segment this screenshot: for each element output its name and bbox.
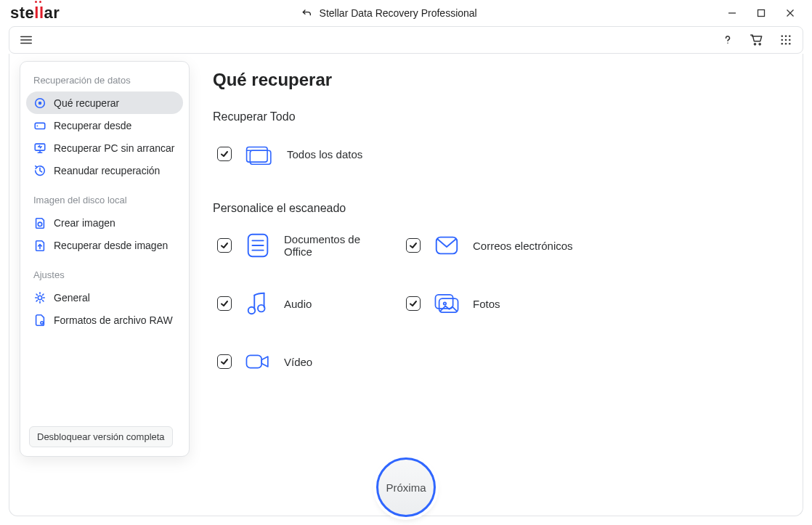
minimize-button[interactable]: [718, 0, 747, 26]
disk-plus-icon: [33, 216, 46, 229]
brand-logo: stellar: [10, 4, 60, 23]
svg-rect-1: [758, 10, 765, 17]
sidebar-item-label: Formatos de archivo RAW: [54, 314, 173, 326]
disk-up-icon: [33, 239, 46, 252]
page-title: Qué recuperar: [213, 70, 788, 90]
sidebar-item-label: General: [54, 292, 90, 304]
photos-icon: [432, 289, 461, 318]
all-data-checkbox[interactable]: [217, 147, 232, 161]
sidebar-section-title: Recuperación de datos: [26, 70, 183, 91]
svg-point-30: [444, 302, 446, 304]
audio-icon: [243, 289, 272, 318]
svg-rect-34: [35, 123, 45, 129]
type-video-checkbox[interactable]: [217, 354, 232, 369]
sidebar-item-resume[interactable]: Reanudar recuperación: [26, 159, 183, 182]
back-icon[interactable]: [301, 7, 312, 19]
logo-part-1: ste: [10, 4, 34, 23]
video-icon: [243, 347, 272, 376]
sidebar-item-recover-image[interactable]: Recuperar desde imagen: [26, 234, 183, 256]
svg-point-26: [248, 307, 256, 314]
drive-icon: [33, 119, 46, 132]
unlock-full-version-button[interactable]: Desbloquear versión completa: [29, 426, 173, 447]
svg-point-9: [759, 44, 760, 45]
svg-point-14: [785, 39, 787, 41]
type-audio-label: Audio: [284, 298, 312, 310]
file-types-grid: Documentos de Office Correos electrónico…: [213, 231, 765, 376]
svg-rect-25: [437, 237, 458, 254]
sidebar-item-raw-formats[interactable]: Formatos de archivo RAW: [26, 309, 183, 331]
type-office-label: Documentos de Office: [284, 233, 391, 258]
next-button-label: Próxima: [386, 481, 426, 494]
type-photos: Fotos: [406, 289, 580, 318]
file-cog-icon: [33, 314, 46, 327]
type-emails: Correos electrónicos: [406, 231, 580, 260]
sidebar-item-what-recover[interactable]: Qué recuperar: [26, 91, 183, 114]
type-photos-label: Fotos: [473, 298, 500, 310]
maximize-button[interactable]: [747, 0, 776, 26]
main-content: Qué recuperar Recuperar Todo Todos los d…: [213, 70, 788, 516]
svg-point-33: [38, 101, 42, 105]
svg-point-39: [38, 222, 41, 226]
resume-icon: [33, 164, 46, 177]
sidebar-section-title: Ajustes: [26, 265, 183, 286]
sidebar-item-label: Recuperar desde imagen: [54, 240, 168, 251]
sidebar-section-title: Imagen del disco local: [26, 190, 183, 211]
logo-part-3: ar: [44, 4, 60, 23]
titlebar: stellar Stellar Data Recovery Profession…: [0, 0, 812, 26]
all-data-label: Todos los datos: [287, 148, 362, 160]
sidebar-item-recover-from[interactable]: Recuperar desde: [26, 114, 183, 137]
sidebar-item-create-image[interactable]: Crear imagen: [26, 211, 183, 234]
type-emails-label: Correos electrónicos: [473, 240, 573, 252]
mail-icon: [432, 231, 461, 260]
sidebar-item-label: Qué recuperar: [54, 97, 119, 109]
type-audio-checkbox[interactable]: [217, 296, 232, 311]
svg-point-40: [38, 296, 41, 299]
apps-grid-button[interactable]: [776, 30, 795, 49]
window-title-area: Stellar Data Recovery Professional: [60, 7, 718, 19]
type-audio: Audio: [217, 289, 391, 318]
svg-point-7: [727, 42, 728, 43]
svg-point-8: [754, 44, 755, 45]
type-photos-checkbox[interactable]: [406, 296, 421, 311]
menu-button[interactable]: [17, 30, 36, 49]
documents-icon: [243, 231, 272, 260]
sidebar: Recuperación de datos Qué recuperar Recu…: [20, 61, 190, 457]
svg-point-35: [37, 125, 38, 126]
toolbar: [9, 26, 803, 54]
svg-point-16: [781, 43, 783, 45]
section-title-customize: Personalice el escaneado: [213, 202, 788, 215]
help-button[interactable]: [718, 30, 737, 49]
next-button[interactable]: Próxima: [376, 457, 436, 517]
logo-part-2: ll: [34, 4, 44, 23]
svg-point-17: [785, 43, 787, 45]
type-office: Documentos de Office: [217, 231, 391, 260]
window-title: Stellar Data Recovery Professional: [320, 7, 477, 19]
svg-point-41: [41, 321, 44, 324]
type-video-label: Vídeo: [284, 356, 312, 368]
svg-point-18: [789, 43, 791, 45]
type-office-checkbox[interactable]: [217, 238, 232, 253]
sidebar-item-label: Recuperar desde: [54, 120, 131, 131]
folder-icon: [245, 139, 274, 168]
svg-rect-31: [246, 355, 261, 367]
cart-button[interactable]: [747, 30, 766, 49]
sidebar-item-label: Recuperar PC sin arrancar: [54, 142, 175, 154]
all-data-row: Todos los datos: [213, 139, 788, 168]
target-icon: [33, 97, 46, 110]
section-title-recover-all: Recuperar Todo: [213, 110, 788, 123]
gear-icon: [33, 291, 46, 304]
svg-point-10: [781, 35, 783, 37]
sidebar-item-crashed-pc[interactable]: Recuperar PC sin arrancar: [26, 137, 183, 159]
svg-point-27: [258, 305, 265, 312]
svg-point-12: [789, 35, 791, 37]
close-button[interactable]: [776, 0, 805, 26]
svg-point-15: [789, 39, 791, 41]
window-controls: [718, 0, 805, 26]
type-video: Vídeo: [217, 347, 391, 376]
sidebar-item-label: Crear imagen: [54, 217, 115, 229]
sidebar-item-general[interactable]: General: [26, 286, 183, 309]
type-emails-checkbox[interactable]: [406, 238, 421, 253]
monitor-icon: [33, 142, 46, 155]
unlock-button-label: Desbloquear versión completa: [37, 431, 165, 442]
sidebar-item-label: Reanudar recuperación: [54, 165, 160, 176]
